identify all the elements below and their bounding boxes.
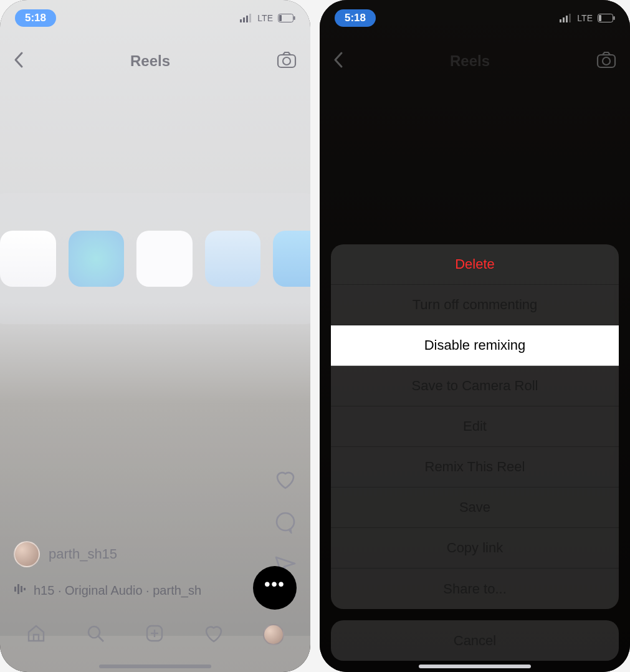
sheet-item-remix-this-reel[interactable]: Remix This Reel	[331, 447, 619, 487]
home-indicator[interactable]	[99, 665, 211, 668]
status-time: 5:18	[15, 9, 56, 27]
top-nav: Reels	[320, 42, 630, 80]
battery-icon	[278, 14, 295, 22]
sheet-item-delete[interactable]: Delete	[331, 244, 619, 285]
svg-point-8	[283, 57, 290, 65]
sheet-item-edit[interactable]: Edit	[331, 406, 619, 447]
more-options-button[interactable]: •••	[253, 566, 297, 610]
sheet-item-share-to[interactable]: Share to...	[331, 569, 619, 609]
like-icon[interactable]	[274, 469, 297, 492]
svg-rect-19	[560, 19, 561, 22]
svg-rect-20	[563, 17, 565, 22]
back-icon[interactable]	[14, 51, 24, 71]
search-icon[interactable]	[85, 623, 105, 646]
phone-screen-left: 5:18 LTE Reels •••	[0, 0, 310, 672]
svg-rect-21	[566, 16, 568, 22]
svg-rect-3	[249, 14, 251, 22]
status-bar: 5:18 LTE	[0, 9, 310, 27]
svg-point-14	[88, 626, 100, 638]
svg-rect-2	[246, 16, 248, 22]
home-icon[interactable]	[26, 623, 46, 646]
cellular-signal-icon	[560, 14, 572, 22]
action-sheet-container: Delete Turn off commenting Disable remix…	[331, 244, 619, 661]
bottom-nav	[0, 616, 310, 661]
create-icon[interactable]	[145, 623, 165, 646]
network-label: LTE	[257, 13, 273, 23]
svg-rect-5	[294, 16, 295, 20]
svg-rect-12	[21, 586, 22, 592]
username-label: parth_sh15	[49, 546, 117, 562]
sheet-item-save-camera-roll[interactable]: Save to Camera Roll	[331, 366, 619, 406]
audio-label: h15 · Original Audio · parth_sh	[34, 583, 201, 598]
status-bar: 5:18 LTE	[320, 9, 630, 27]
sheet-item-turn-off-commenting[interactable]: Turn off commenting	[331, 285, 619, 325]
sheet-item-disable-remixing[interactable]: Disable remixing	[331, 325, 619, 366]
action-rail	[274, 469, 297, 578]
profile-tab[interactable]	[263, 624, 284, 645]
network-label: LTE	[577, 13, 593, 23]
svg-rect-0	[240, 19, 242, 22]
svg-rect-22	[569, 14, 571, 22]
sheet-cancel-button[interactable]: Cancel	[331, 620, 619, 661]
svg-point-27	[603, 57, 610, 65]
svg-rect-10	[14, 587, 16, 592]
audio-bars-icon	[14, 583, 26, 598]
battery-icon	[598, 14, 615, 22]
svg-point-9	[277, 513, 294, 530]
user-row[interactable]: parth_sh15	[14, 541, 117, 567]
audio-row[interactable]: h15 · Original Audio · parth_sh	[14, 583, 236, 598]
sheet-item-copy-link[interactable]: Copy link	[331, 528, 619, 569]
top-nav: Reels	[0, 42, 310, 80]
activity-icon[interactable]	[204, 624, 224, 645]
page-title: Reels	[450, 52, 490, 70]
comment-icon[interactable]	[274, 511, 297, 536]
svg-rect-24	[614, 16, 615, 20]
more-icon: •••	[264, 575, 285, 594]
svg-rect-25	[599, 15, 601, 21]
svg-rect-11	[17, 584, 19, 594]
avatar	[263, 624, 284, 645]
phone-screen-right: 5:18 LTE Reels Delete Turn off commentin…	[320, 0, 630, 672]
status-time: 5:18	[335, 9, 376, 27]
svg-rect-6	[279, 15, 282, 21]
svg-rect-13	[24, 588, 26, 590]
svg-rect-1	[243, 17, 245, 22]
cellular-signal-icon	[240, 14, 252, 22]
home-indicator[interactable]	[419, 665, 531, 668]
camera-icon	[596, 51, 616, 71]
svg-line-15	[98, 636, 103, 641]
camera-icon[interactable]	[277, 51, 297, 71]
avatar	[14, 541, 40, 567]
back-icon	[333, 51, 343, 71]
sheet-item-save[interactable]: Save	[331, 487, 619, 528]
action-sheet: Delete Turn off commenting Disable remix…	[331, 244, 619, 609]
page-title: Reels	[130, 52, 170, 70]
